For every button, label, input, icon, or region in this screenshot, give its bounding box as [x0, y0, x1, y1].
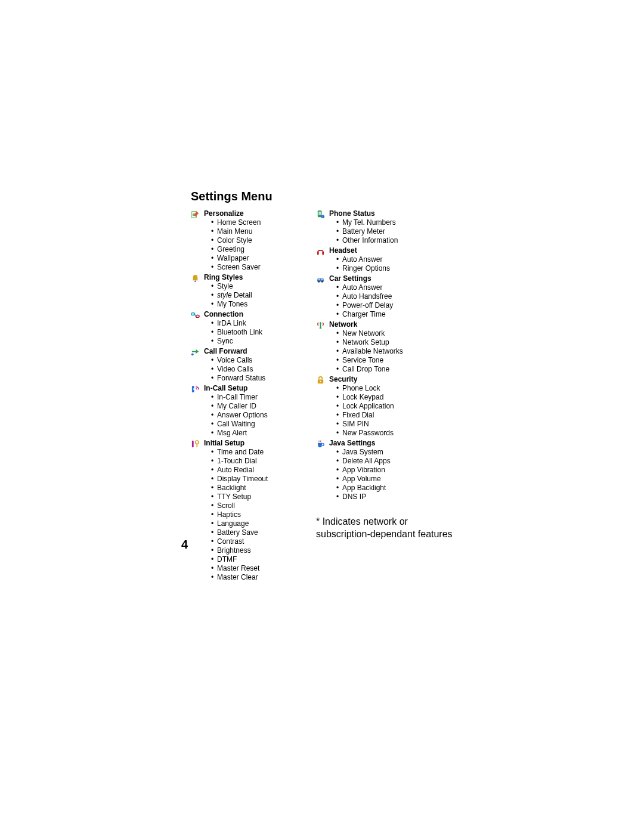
- menu-section: Car SettingsAuto AnswerAuto HandsfreePow…: [316, 274, 453, 320]
- menu-section-heading: Call Forward: [204, 347, 310, 356]
- svg-point-27: [320, 381, 321, 382]
- svg-point-20: [321, 281, 323, 283]
- menu-section-body: Car SettingsAuto AnswerAuto HandsfreePow…: [329, 274, 453, 320]
- svg-rect-10: [192, 441, 194, 447]
- menu-section: HeadsetAuto AnswerRinger Options: [316, 246, 453, 274]
- menu-item: Contrast: [211, 537, 310, 546]
- menu-item: Phone Lock: [336, 384, 453, 393]
- menu-item: Java System: [336, 448, 453, 457]
- menu-section: SecurityPhone LockLock KeypadLock Applic…: [316, 375, 453, 439]
- menu-item-list: Home ScreenMain MenuColor StyleGreetingW…: [204, 218, 310, 272]
- menu-item: Lock Keypad: [336, 393, 453, 402]
- svg-rect-22: [321, 279, 323, 280]
- connection-icon: [191, 310, 204, 320]
- menu-item: Screen Saver: [211, 263, 310, 272]
- menu-section: Java SettingsJava SystemDelete All AppsA…: [316, 439, 453, 503]
- car-settings-icon: [316, 274, 329, 284]
- menu-section-body: Java SettingsJava SystemDelete All AppsA…: [329, 439, 453, 503]
- svg-rect-17: [317, 252, 319, 255]
- menu-item: Haptics: [211, 510, 310, 519]
- personalize-icon: [191, 209, 204, 219]
- menu-item-italic-prefix: style: [217, 291, 232, 299]
- menu-item: Bluetooth Link: [211, 328, 310, 337]
- menu-item: Video Calls: [211, 365, 310, 374]
- initial-setup-icon: [191, 439, 204, 448]
- menu-section-heading: Initial Setup: [204, 439, 310, 448]
- menu-item-list: New NetworkNetwork SetupAvailable Networ…: [329, 329, 453, 374]
- menu-item: Ringer Options: [336, 264, 453, 273]
- menu-section-body: Call ForwardVoice CallsVideo CallsForwar…: [204, 347, 310, 384]
- menu-item: Master Reset: [211, 564, 310, 573]
- menu-item: DTMF: [211, 555, 310, 564]
- menu-item: Language: [211, 519, 310, 528]
- phone-status-icon: i: [316, 209, 329, 219]
- menu-item: Service Tone: [336, 356, 453, 365]
- menu-item: Available Networks: [336, 347, 453, 356]
- menu-item: Other Information: [336, 236, 453, 245]
- menu-item: Color Style: [211, 236, 310, 245]
- menu-item: App Vibration: [336, 466, 453, 475]
- menu-section-body: ConnectionIrDA LinkBluetooth LinkSync: [204, 310, 310, 347]
- menu-item: My Caller ID: [211, 402, 310, 411]
- svg-point-5: [194, 280, 196, 281]
- menu-item: Greeting: [211, 245, 310, 254]
- menu-item: Brightness: [211, 546, 310, 555]
- menu-section-body: HeadsetAuto AnswerRinger Options: [329, 246, 453, 274]
- menu-item: App Volume: [336, 475, 453, 484]
- menu-item: Style: [211, 282, 310, 291]
- menu-item: Scroll: [211, 501, 310, 510]
- menu-item: style Detail: [211, 291, 310, 300]
- menu-item: New Passwords: [336, 429, 453, 438]
- menu-item: Call Waiting: [211, 420, 310, 429]
- menu-item: App Backlight: [336, 484, 453, 493]
- menu-item: Display Timeout: [211, 475, 310, 484]
- menu-section-heading: Phone Status: [329, 209, 453, 218]
- svg-point-9: [191, 353, 194, 355]
- menu-item-list: In-Call TimerMy Caller IDAnswer OptionsC…: [204, 393, 310, 438]
- svg-rect-18: [322, 252, 324, 255]
- menu-section: Ring StylesStylestyle DetailMy Tones: [191, 273, 310, 310]
- menu-item: Answer Options: [211, 411, 310, 420]
- menu-section-heading: Network: [329, 320, 453, 329]
- menu-item: Battery Meter: [336, 227, 453, 236]
- menu-section-heading: Java Settings: [329, 439, 453, 448]
- svg-rect-21: [318, 279, 320, 280]
- menu-item-list: Stylestyle DetailMy Tones: [204, 282, 310, 309]
- menu-section-body: PersonalizeHome ScreenMain MenuColor Sty…: [204, 209, 310, 273]
- menu-section-heading: Ring Styles: [204, 273, 310, 282]
- menu-item: Power-off Delay: [336, 301, 453, 310]
- menu-item: Auto Handsfree: [336, 292, 453, 301]
- security-icon: [316, 375, 329, 385]
- menu-item: Forward Status: [211, 374, 310, 383]
- svg-rect-14: [318, 212, 321, 215]
- menu-item: My Tel. Numbers: [336, 218, 453, 227]
- menu-item-rest: Detail: [232, 291, 252, 299]
- menu-item: Battery Save: [211, 528, 310, 537]
- menu-item: Auto Answer: [336, 255, 453, 264]
- menu-item: Auto Answer: [336, 283, 453, 292]
- menu-item: DNS IP: [336, 493, 453, 501]
- menu-item: Voice Calls: [211, 356, 310, 365]
- menu-section-body: Phone StatusMy Tel. NumbersBattery Meter…: [329, 209, 453, 246]
- menu-section: PersonalizeHome ScreenMain MenuColor Sty…: [191, 209, 310, 273]
- menu-section-heading: Security: [329, 375, 453, 384]
- menu-item: Wallpaper: [211, 254, 310, 263]
- menu-section: NetworkNew NetworkNetwork SetupAvailable…: [316, 320, 453, 375]
- menu-columns: PersonalizeHome ScreenMain MenuColor Sty…: [191, 209, 477, 583]
- ring-styles-icon: [191, 273, 204, 283]
- menu-section-body: NetworkNew NetworkNetwork SetupAvailable…: [329, 320, 453, 375]
- menu-section: iPhone StatusMy Tel. NumbersBattery Mete…: [316, 209, 453, 246]
- menu-item: 1-Touch Dial: [211, 457, 310, 466]
- svg-point-24: [320, 322, 321, 324]
- svg-text:i: i: [323, 215, 323, 218]
- menu-item: Auto Redial: [211, 466, 310, 475]
- headset-icon: [316, 246, 329, 256]
- menu-item: Call Drop Tone: [336, 365, 453, 374]
- menu-section-heading: Connection: [204, 310, 310, 319]
- menu-section-body: SecurityPhone LockLock KeypadLock Applic…: [329, 375, 453, 439]
- menu-item: Delete All Apps: [336, 457, 453, 466]
- in-call-setup-icon: [191, 384, 204, 394]
- page-title: Settings Menu: [191, 190, 477, 203]
- menu-section-heading: In-Call Setup: [204, 384, 310, 393]
- menu-column-left: PersonalizeHome ScreenMain MenuColor Sty…: [191, 209, 310, 583]
